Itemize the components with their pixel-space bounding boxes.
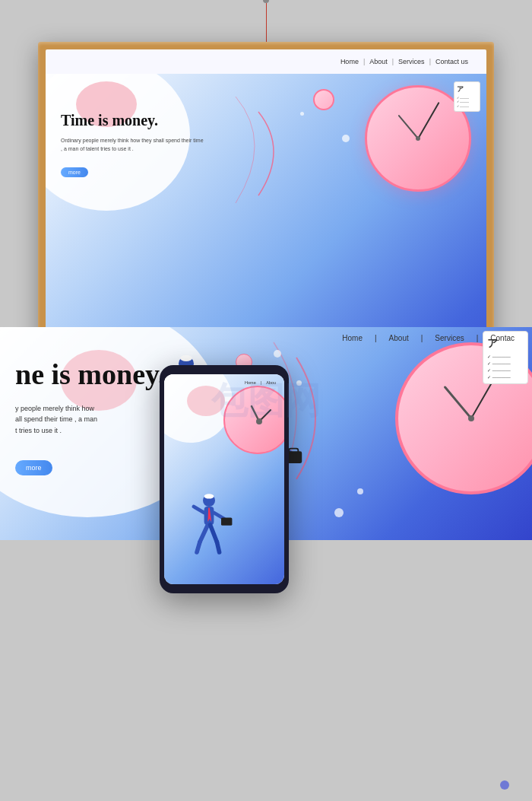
bottom-section: Home | About | Services | Contac ne is m…: [0, 327, 532, 801]
nav-item-about[interactable]: About: [369, 58, 388, 65]
svg-line-34: [194, 507, 204, 513]
ball-2: [300, 112, 304, 116]
hero-subtitle: Ordinary people merely think how they sh…: [61, 137, 205, 153]
svg-rect-36: [221, 517, 232, 525]
bottom-nav: Home | About | Services | Contac: [0, 327, 532, 348]
bottom-nav-home[interactable]: Home: [342, 334, 363, 342]
small-clock-1: [313, 89, 334, 110]
decorative-dot: [500, 780, 509, 790]
bottom-nav-services[interactable]: Services: [435, 334, 464, 342]
svg-line-40: [217, 542, 219, 552]
bottom-clock-center: [468, 415, 474, 421]
svg-point-29: [256, 418, 262, 424]
wire: [266, 3, 267, 45]
hero-text-area: Time is money. Ordinary people merely th…: [61, 112, 205, 177]
nav-sep-1: |: [363, 58, 365, 65]
clock-hour-hand: [398, 115, 419, 139]
phone-nav-sep: |: [261, 380, 261, 385]
bottom-nav-about[interactable]: About: [389, 334, 409, 342]
bottom-hero-subtitle: y people merely think how all spend thei…: [15, 403, 152, 436]
clock-minute-hand: [417, 102, 439, 138]
bottom-hero-title: ne is money.: [15, 358, 165, 391]
bottom-more-button[interactable]: more: [15, 460, 52, 475]
bottom-nav-sep2: |: [421, 334, 423, 342]
nav-item-services[interactable]: Services: [398, 58, 425, 65]
nav-bar: Home | About | Services | Contact us: [46, 49, 486, 74]
bottom-clock-hour-hand: [443, 386, 472, 419]
nav-sep-2: |: [392, 58, 394, 65]
ball-3: [342, 135, 350, 142]
wall-background: Home | About | Services | Contact us: [0, 0, 532, 801]
nav-item-contact[interactable]: Contact us: [435, 58, 468, 65]
svg-line-37: [200, 525, 207, 542]
bottom-nav-contact[interactable]: Contac: [490, 334, 515, 342]
bottom-nav-sep1: |: [375, 334, 377, 342]
document-icon: ア ✓ ——— ✓ ——— ✓ ———: [454, 81, 480, 112]
hero-title: Time is money.: [61, 112, 205, 129]
svg-point-1: [180, 355, 192, 361]
svg-line-38: [197, 542, 200, 552]
phone-nav: Home | Abou: [164, 374, 284, 391]
clock-center-dot: [416, 136, 420, 141]
phone-screen: Home | Abou: [164, 374, 284, 584]
bottom-ball-1: [274, 350, 281, 358]
phone-running-man: [176, 485, 236, 577]
svg-line-39: [211, 525, 217, 542]
phone-nav-about[interactable]: Abou: [266, 380, 276, 385]
phone-clock: [223, 386, 284, 454]
bottom-ball-4: [357, 488, 363, 494]
svg-point-31: [204, 494, 214, 498]
phone-nav-home[interactable]: Home: [245, 380, 256, 385]
hanging-wire: [265, 0, 267, 46]
bottom-ball-3: [334, 508, 344, 517]
bottom-nav-sep3: |: [477, 334, 479, 342]
phone-mockup: Home | Abou: [160, 365, 289, 593]
nav-sep-3: |: [429, 58, 431, 65]
more-button[interactable]: more: [61, 167, 88, 177]
bottom-ball-2: [296, 380, 302, 386]
nav-item-home[interactable]: Home: [340, 58, 359, 65]
